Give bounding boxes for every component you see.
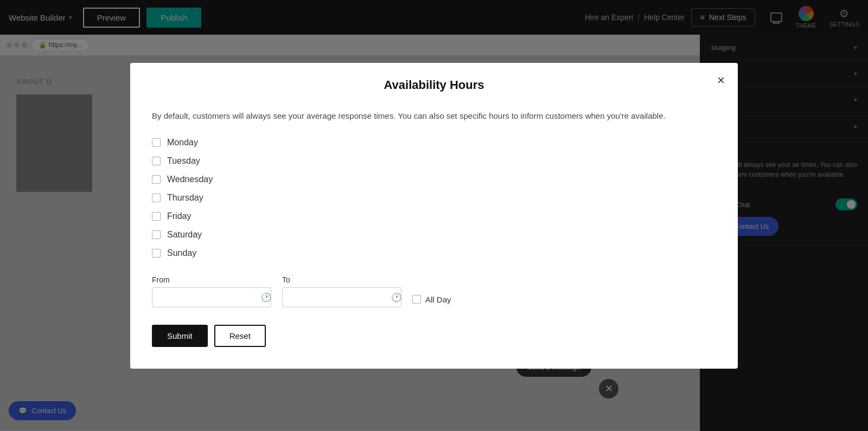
monday-checkbox[interactable] — [152, 138, 161, 147]
sunday-checkbox[interactable] — [152, 249, 161, 258]
day-item-monday: Monday — [152, 138, 716, 147]
modal-body: By default, customers will always see yo… — [130, 92, 738, 369]
from-field: From 🕐 — [152, 275, 271, 307]
sunday-label: Sunday — [167, 248, 196, 258]
tuesday-checkbox[interactable] — [152, 157, 161, 165]
friday-label: Friday — [167, 211, 191, 221]
wednesday-label: Wednesday — [167, 175, 213, 184]
thursday-checkbox[interactable] — [152, 194, 161, 202]
thursday-label: Thursday — [167, 193, 203, 203]
availability-hours-modal: Availability Hours × By default, custome… — [130, 63, 738, 369]
submit-button[interactable]: Submit — [152, 325, 208, 347]
all-day-label: All Day — [425, 295, 451, 304]
to-input[interactable] — [288, 293, 391, 302]
clock-icon-from: 🕐 — [261, 292, 272, 303]
modal-overlay[interactable]: Availability Hours × By default, custome… — [0, 0, 868, 431]
from-input-wrap: 🕐 — [152, 287, 271, 307]
all-day-wrap: All Day — [412, 295, 451, 304]
saturday-label: Saturday — [167, 230, 202, 240]
wednesday-checkbox[interactable] — [152, 175, 161, 184]
days-list: Monday Tuesday Wednesday Thursday Friday — [152, 138, 716, 258]
day-item-thursday: Thursday — [152, 193, 716, 203]
reset-button[interactable]: Reset — [214, 325, 266, 347]
day-item-wednesday: Wednesday — [152, 175, 716, 184]
day-item-sunday: Sunday — [152, 248, 716, 258]
action-row: Submit Reset — [152, 325, 716, 347]
modal-title: Availability Hours — [384, 78, 484, 92]
to-input-wrap: 🕐 — [282, 287, 401, 307]
day-item-saturday: Saturday — [152, 230, 716, 240]
from-label: From — [152, 275, 271, 284]
to-field: To 🕐 — [282, 275, 401, 307]
modal-header: Availability Hours × — [130, 63, 738, 92]
modal-close-button[interactable]: × — [717, 74, 725, 87]
saturday-checkbox[interactable] — [152, 230, 161, 239]
tuesday-label: Tuesday — [167, 156, 200, 166]
modal-description: By default, customers will always see yo… — [152, 110, 716, 123]
clock-icon-to: 🕐 — [391, 292, 402, 303]
monday-label: Monday — [167, 138, 198, 147]
to-label: To — [282, 275, 401, 284]
from-input[interactable] — [158, 293, 261, 302]
all-day-checkbox[interactable] — [412, 295, 421, 304]
friday-checkbox[interactable] — [152, 212, 161, 221]
day-item-friday: Friday — [152, 211, 716, 221]
time-row: From 🕐 To 🕐 All Day — [152, 275, 716, 307]
day-item-tuesday: Tuesday — [152, 156, 716, 166]
